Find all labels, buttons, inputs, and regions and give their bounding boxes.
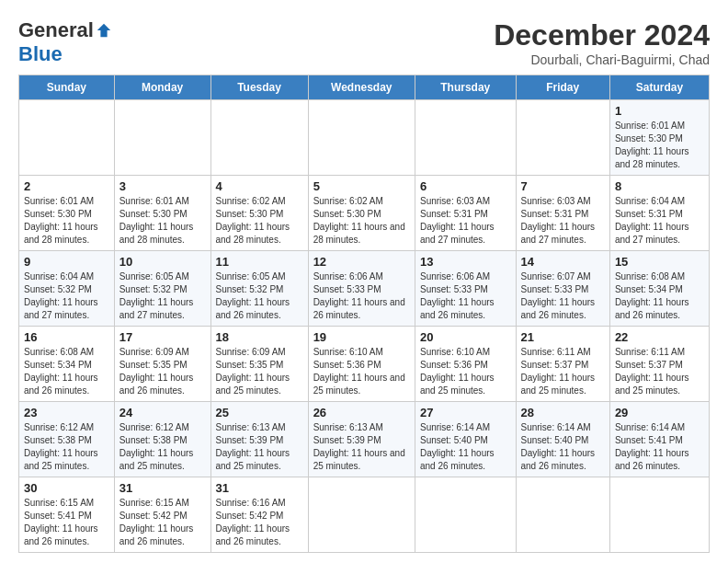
day-info: Sunrise: 6:01 AM Sunset: 5:30 PM Dayligh… — [24, 195, 109, 247]
day-info: Sunrise: 6:11 AM Sunset: 5:37 PM Dayligh… — [615, 346, 704, 397]
title-block: December 2024 Dourbali, Chari-Baguirmi, … — [494, 18, 710, 67]
day-info: Sunrise: 6:16 AM Sunset: 5:42 PM Dayligh… — [216, 497, 303, 548]
day-number: 9 — [24, 255, 109, 269]
calendar-week-4: 23 Sunrise: 6:12 AM Sunset: 5:38 PM Dayl… — [19, 402, 710, 477]
day-info: Sunrise: 6:15 AM Sunset: 5:41 PM Dayligh… — [24, 497, 109, 548]
day-info: Sunrise: 6:13 AM Sunset: 5:39 PM Dayligh… — [216, 421, 303, 473]
calendar-cell: 18 Sunrise: 6:09 AM Sunset: 5:35 PM Dayl… — [210, 327, 308, 402]
page-header: General Blue December 2024 Dourbali, Cha… — [18, 18, 710, 67]
calendar-cell — [415, 100, 516, 176]
day-info: Sunrise: 6:14 AM Sunset: 5:40 PM Dayligh… — [420, 421, 511, 473]
day-header-monday: Monday — [114, 75, 210, 100]
calendar-cell — [114, 100, 210, 176]
logo-icon — [96, 22, 112, 39]
day-number: 11 — [216, 255, 303, 269]
day-header-tuesday: Tuesday — [210, 75, 308, 100]
day-header-thursday: Thursday — [415, 75, 516, 100]
day-number: 23 — [24, 406, 109, 419]
day-number: 14 — [521, 255, 605, 269]
calendar-cell: 16 Sunrise: 6:08 AM Sunset: 5:34 PM Dayl… — [19, 327, 115, 402]
logo-blue: Blue — [18, 42, 63, 66]
day-number: 29 — [615, 406, 704, 419]
calendar-cell: 14 Sunrise: 6:07 AM Sunset: 5:33 PM Dayl… — [516, 251, 609, 327]
day-info: Sunrise: 6:02 AM Sunset: 5:30 PM Dayligh… — [313, 195, 410, 247]
day-number: 27 — [420, 406, 511, 419]
month-title: December 2024 — [494, 18, 710, 52]
day-info: Sunrise: 6:08 AM Sunset: 5:34 PM Dayligh… — [24, 346, 109, 397]
day-number: 13 — [420, 255, 511, 269]
day-number: 20 — [420, 330, 511, 344]
calendar-cell: 8 Sunrise: 6:04 AM Sunset: 5:31 PM Dayli… — [609, 176, 709, 251]
day-info: Sunrise: 6:15 AM Sunset: 5:42 PM Dayligh… — [119, 497, 206, 548]
day-info: Sunrise: 6:04 AM Sunset: 5:32 PM Dayligh… — [24, 270, 109, 322]
day-info: Sunrise: 6:07 AM Sunset: 5:33 PM Dayligh… — [521, 270, 605, 322]
calendar-cell: 28 Sunrise: 6:14 AM Sunset: 5:40 PM Dayl… — [516, 402, 609, 477]
day-number: 17 — [119, 330, 206, 344]
day-info: Sunrise: 6:10 AM Sunset: 5:36 PM Dayligh… — [313, 346, 410, 397]
day-number: 31 — [119, 481, 206, 495]
day-header-sunday: Sunday — [19, 75, 115, 100]
day-info: Sunrise: 6:08 AM Sunset: 5:34 PM Dayligh… — [615, 270, 704, 322]
calendar-cell: 19 Sunrise: 6:10 AM Sunset: 5:36 PM Dayl… — [308, 327, 415, 402]
calendar-cell: 13 Sunrise: 6:06 AM Sunset: 5:33 PM Dayl… — [415, 251, 516, 327]
day-number: 24 — [119, 406, 206, 419]
day-info: Sunrise: 6:06 AM Sunset: 5:33 PM Dayligh… — [313, 270, 410, 322]
calendar-cell: 24 Sunrise: 6:12 AM Sunset: 5:38 PM Dayl… — [114, 402, 210, 477]
calendar-cell: 31 Sunrise: 6:15 AM Sunset: 5:42 PM Dayl… — [114, 477, 210, 553]
day-info: Sunrise: 6:05 AM Sunset: 5:32 PM Dayligh… — [119, 270, 206, 322]
calendar-week-5: 30 Sunrise: 6:15 AM Sunset: 5:41 PM Dayl… — [19, 477, 710, 553]
day-info: Sunrise: 6:14 AM Sunset: 5:41 PM Dayligh… — [615, 421, 704, 473]
day-number: 7 — [521, 179, 605, 193]
calendar-cell: 25 Sunrise: 6:13 AM Sunset: 5:39 PM Dayl… — [210, 402, 308, 477]
day-number: 28 — [521, 406, 605, 419]
day-header-friday: Friday — [516, 75, 609, 100]
day-number: 6 — [420, 179, 511, 193]
day-info: Sunrise: 6:01 AM Sunset: 5:30 PM Dayligh… — [615, 120, 704, 171]
calendar-cell: 4 Sunrise: 6:02 AM Sunset: 5:30 PM Dayli… — [210, 176, 308, 251]
calendar-cell: 12 Sunrise: 6:06 AM Sunset: 5:33 PM Dayl… — [308, 251, 415, 327]
calendar-week-3: 16 Sunrise: 6:08 AM Sunset: 5:34 PM Dayl… — [19, 327, 710, 402]
calendar-cell: 5 Sunrise: 6:02 AM Sunset: 5:30 PM Dayli… — [308, 176, 415, 251]
day-info: Sunrise: 6:09 AM Sunset: 5:35 PM Dayligh… — [119, 346, 206, 397]
day-info: Sunrise: 6:04 AM Sunset: 5:31 PM Dayligh… — [615, 195, 704, 247]
calendar-cell: 26 Sunrise: 6:13 AM Sunset: 5:39 PM Dayl… — [308, 402, 415, 477]
day-info: Sunrise: 6:14 AM Sunset: 5:40 PM Dayligh… — [521, 421, 605, 473]
day-number: 10 — [119, 255, 206, 269]
day-info: Sunrise: 6:09 AM Sunset: 5:35 PM Dayligh… — [216, 346, 303, 397]
day-number: 12 — [313, 255, 410, 269]
location-title: Dourbali, Chari-Baguirmi, Chad — [494, 52, 710, 67]
calendar-cell — [308, 100, 415, 176]
calendar-cell: 15 Sunrise: 6:08 AM Sunset: 5:34 PM Dayl… — [609, 251, 709, 327]
day-number: 21 — [521, 330, 605, 344]
day-number: 30 — [24, 481, 109, 495]
calendar-cell: 3 Sunrise: 6:01 AM Sunset: 5:30 PM Dayli… — [114, 176, 210, 251]
calendar-cell: 11 Sunrise: 6:05 AM Sunset: 5:32 PM Dayl… — [210, 251, 308, 327]
day-number: 15 — [615, 255, 704, 269]
day-number: 25 — [216, 406, 303, 419]
calendar-cell — [415, 477, 516, 553]
calendar-cell: 29 Sunrise: 6:14 AM Sunset: 5:41 PM Dayl… — [609, 402, 709, 477]
day-number: 18 — [216, 330, 303, 344]
day-info: Sunrise: 6:12 AM Sunset: 5:38 PM Dayligh… — [119, 421, 206, 473]
calendar-cell — [308, 477, 415, 553]
calendar-cell — [19, 100, 115, 176]
day-number: 3 — [119, 179, 206, 193]
calendar-cell: 30 Sunrise: 6:15 AM Sunset: 5:41 PM Dayl… — [19, 477, 115, 553]
calendar-cell: 27 Sunrise: 6:14 AM Sunset: 5:40 PM Dayl… — [415, 402, 516, 477]
day-header-wednesday: Wednesday — [308, 75, 415, 100]
logo-general: General — [18, 18, 94, 42]
day-info: Sunrise: 6:10 AM Sunset: 5:36 PM Dayligh… — [420, 346, 511, 397]
day-info: Sunrise: 6:02 AM Sunset: 5:30 PM Dayligh… — [216, 195, 303, 247]
calendar-cell: 10 Sunrise: 6:05 AM Sunset: 5:32 PM Dayl… — [114, 251, 210, 327]
calendar-cell: 21 Sunrise: 6:11 AM Sunset: 5:37 PM Dayl… — [516, 327, 609, 402]
calendar-cell: 7 Sunrise: 6:03 AM Sunset: 5:31 PM Dayli… — [516, 176, 609, 251]
day-number: 2 — [24, 179, 109, 193]
calendar-cell — [516, 477, 609, 553]
day-info: Sunrise: 6:13 AM Sunset: 5:39 PM Dayligh… — [313, 421, 410, 473]
day-number: 1 — [615, 104, 704, 118]
day-number: 16 — [24, 330, 109, 344]
day-info: Sunrise: 6:03 AM Sunset: 5:31 PM Dayligh… — [420, 195, 511, 247]
svg-marker-0 — [97, 24, 110, 37]
day-number: 4 — [216, 179, 303, 193]
calendar-week-2: 9 Sunrise: 6:04 AM Sunset: 5:32 PM Dayli… — [19, 251, 710, 327]
